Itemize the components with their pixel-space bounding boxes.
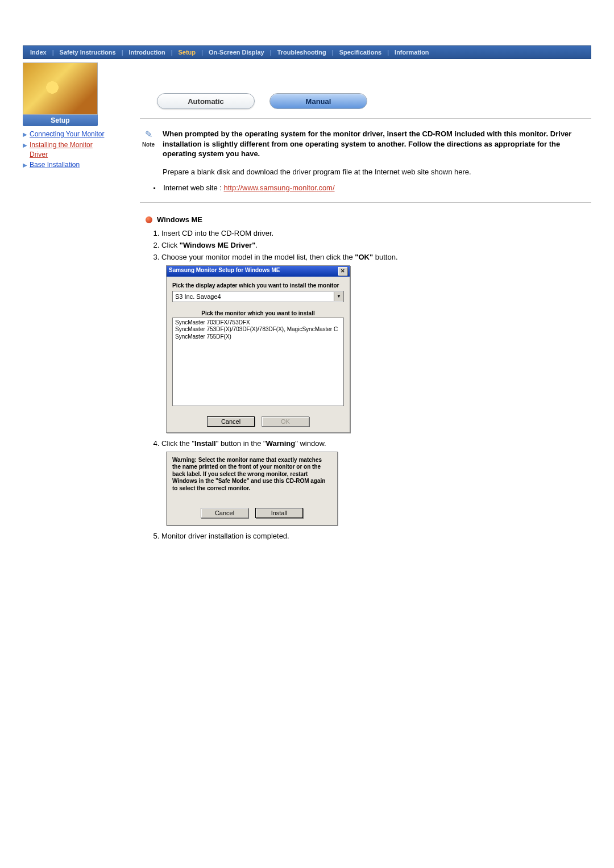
cancel-button[interactable]: Cancel [201, 508, 248, 518]
sidebar-link-connecting[interactable]: Connecting Your Monitor [30, 130, 104, 139]
tab-manual[interactable]: Manual [269, 93, 367, 109]
close-icon[interactable]: ✕ [338, 267, 347, 276]
nav-introduction[interactable]: Introduction [126, 49, 167, 56]
divider [140, 118, 591, 119]
samsung-monitor-link[interactable]: http://www.samsung-monitor.com/ [223, 183, 334, 192]
dialog-title: Samsung Monitor Setup for Windows ME [169, 267, 280, 276]
nav-setup[interactable]: Setup [176, 49, 198, 56]
nav-osd[interactable]: On-Screen Display [206, 49, 267, 56]
step-3: Choose your monitor model in the model l… [161, 252, 591, 263]
ok-button[interactable]: OK [262, 416, 309, 427]
note-prepare-text: Prepare a blank disk and download the dr… [163, 167, 591, 177]
cancel-button[interactable]: Cancel [207, 416, 255, 427]
list-item[interactable]: SyncMaster 755DF(X) [175, 333, 341, 341]
warning-dialog: Warning: Select the monitor name that ex… [166, 452, 338, 526]
tab-automatic[interactable]: Automatic [157, 93, 255, 109]
arrow-icon: ▶ [23, 140, 27, 149]
website-bullet: Internet web site : http://www.samsung-m… [154, 183, 591, 192]
nav-safety[interactable]: Safety Instructions [57, 49, 118, 56]
monitor-listbox[interactable]: SyncMaster 703DFX/753DFX SyncMaster 753D… [172, 318, 344, 406]
mode-tabs: Automatic Manual [157, 93, 591, 109]
adapter-combo[interactable]: S3 Inc. Savage4 ▼ [172, 291, 344, 302]
step-4: Click the "Install" button in the "Warni… [161, 439, 591, 449]
chevron-down-icon[interactable]: ▼ [334, 292, 343, 301]
sidebar-links: ▶ Connecting Your Monitor ▶ Installing t… [23, 130, 108, 170]
nav-specifications[interactable]: Specifications [337, 49, 384, 56]
top-nav: Index| Safety Instructions| Introduction… [23, 45, 591, 59]
setup-tab-label: Setup [23, 115, 98, 126]
nav-index[interactable]: Index [28, 49, 49, 56]
step-2: Click "Windows ME Driver". [161, 240, 591, 251]
sidebar-link-base[interactable]: Base Installation [30, 160, 80, 170]
section-dot-icon [146, 216, 152, 223]
setup-thumbnail [23, 62, 98, 115]
warning-text: Warning: Select the monitor name that ex… [172, 457, 331, 493]
section-title: Windows ME [157, 215, 202, 224]
arrow-icon: ▶ [23, 130, 27, 139]
steps-list-end: Monitor driver installation is completed… [148, 531, 591, 542]
nav-troubleshooting[interactable]: Troubleshooting [275, 49, 329, 56]
nav-information[interactable]: Information [392, 49, 432, 56]
list-item[interactable]: SyncMaster 703DFX/753DFX [175, 319, 341, 327]
install-button[interactable]: Install [255, 508, 303, 518]
arrow-icon: ▶ [23, 160, 27, 169]
note-icon: ✎ Note [140, 129, 157, 148]
step-1: Insert CD into the CD-ROM driver. [161, 228, 591, 239]
adapter-label: Pick the display adapter which you want … [172, 282, 344, 289]
steps-list: Insert CD into the CD-ROM driver. Click … [148, 228, 591, 263]
adapter-value: S3 Inc. Savage4 [175, 293, 221, 300]
divider [140, 202, 591, 203]
list-item[interactable]: SyncMaster 753DF(X)/703DF(X)/783DF(X), M… [175, 326, 341, 333]
model-select-dialog: Samsung Monitor Setup for Windows ME ✕ P… [166, 265, 350, 433]
note-bold-text: When prompted by the operating system fo… [163, 129, 591, 159]
sidebar-link-installing[interactable]: Installing the Monitor Driver [30, 140, 108, 160]
steps-list-cont: Click the "Install" button in the "Warni… [148, 439, 591, 449]
note-body: When prompted by the operating system fo… [163, 129, 591, 177]
monitor-list-label: Pick the monitor which you want to insta… [172, 310, 344, 316]
step-5: Monitor driver installation is completed… [161, 531, 591, 542]
